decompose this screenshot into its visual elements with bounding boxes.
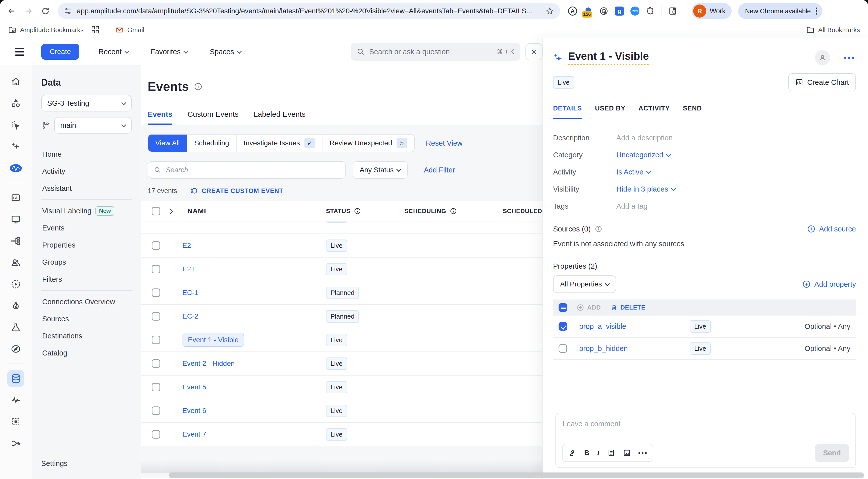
add-action-disabled[interactable]: ADD — [577, 304, 601, 311]
all-bookmarks-button[interactable]: All Bookmarks — [806, 26, 860, 34]
activation-flame-icon[interactable] — [7, 297, 24, 314]
tab-search-icon[interactable] — [669, 6, 678, 16]
forward-icon[interactable] — [24, 6, 33, 15]
sidebar-item-sources[interactable]: Sources — [41, 310, 132, 327]
dashboards-icon[interactable] — [7, 189, 24, 206]
property-link[interactable]: prop_b_hidden — [579, 345, 678, 353]
view-all-tab[interactable]: View All — [148, 134, 187, 152]
tab-send[interactable]: SEND — [683, 104, 702, 119]
tags-placeholder[interactable]: Add a tag — [616, 202, 648, 211]
table-row-selected[interactable]: Event 1 - Visible Live — [141, 328, 542, 352]
experiment-flask-icon[interactable] — [7, 319, 24, 336]
sidebar-item-events[interactable]: Events — [41, 219, 132, 236]
tab-used-by[interactable]: USED BY — [595, 104, 625, 119]
investigate-issues-tab[interactable]: Investigate Issues ✓ — [237, 134, 322, 152]
back-icon[interactable] — [7, 6, 16, 15]
extension-a-icon[interactable]: A — [568, 6, 577, 15]
sidebar-item-destinations[interactable]: Destinations — [41, 327, 132, 345]
table-row[interactable]: Event 7 Live — [141, 423, 542, 446]
global-search-input[interactable] — [369, 48, 492, 56]
tab-custom-events[interactable]: Custom Events — [187, 110, 238, 125]
send-button[interactable]: Send — [815, 444, 849, 462]
row-checkbox[interactable] — [152, 265, 160, 274]
category-dropdown[interactable]: Uncategorized — [616, 151, 670, 159]
table-row[interactable]: EC-1 Planned — [141, 281, 542, 305]
scheduling-tab[interactable]: Scheduling — [187, 134, 237, 152]
ai-sparkles-icon[interactable] — [7, 138, 24, 155]
reload-icon[interactable] — [41, 7, 50, 15]
apps-grid-icon[interactable] — [92, 26, 99, 33]
add-filter-link[interactable]: Add Filter — [424, 166, 455, 174]
gmail-bookmark[interactable]: Gmail — [115, 26, 145, 34]
table-row[interactable]: Event 5 Live — [141, 376, 542, 399]
tab-events[interactable]: Events — [148, 110, 172, 125]
grammar-extension-icon[interactable]: g — [615, 6, 624, 15]
sidebar-item-activity[interactable]: Activity — [41, 163, 132, 180]
tab-details[interactable]: DETAILS — [553, 104, 582, 119]
row-checkbox[interactable] — [152, 241, 160, 250]
sidebar-item-filters[interactable]: Filters — [41, 270, 132, 288]
row-checkbox[interactable] — [152, 383, 160, 391]
select-all-checkbox[interactable] — [152, 207, 160, 215]
property-row[interactable]: prop_a_visible Live Optional • Any — [553, 316, 856, 338]
row-checkbox[interactable] — [152, 359, 160, 368]
comment-input[interactable] — [563, 420, 848, 440]
password-extension-icon[interactable] — [599, 6, 608, 15]
journeys-icon[interactable] — [7, 232, 24, 250]
event-link[interactable]: Event 5 — [182, 383, 206, 391]
sidebar-item-groups[interactable]: Groups — [41, 254, 132, 270]
panel-title[interactable]: Event 1 - Visible — [568, 50, 649, 65]
mention-icon[interactable] — [569, 449, 577, 457]
session-replay-icon[interactable] — [7, 276, 24, 293]
table-search[interactable] — [148, 161, 346, 179]
discover-compass-icon[interactable] — [7, 341, 24, 357]
comment-box[interactable]: B I Send — [555, 413, 856, 468]
review-unexpected-tab[interactable]: Review Unexpected 5 — [322, 134, 414, 152]
sidebar-item-assistant[interactable]: Assistant — [41, 180, 132, 197]
heatmap-frame-icon[interactable] — [7, 413, 24, 430]
column-scheduled[interactable]: SCHEDULED — [503, 207, 542, 215]
property-row[interactable]: prop_b_hidden Live Optional • Any — [553, 338, 856, 360]
chrome-update-button[interactable]: New Chrome available — [738, 3, 823, 19]
event-link[interactable]: EC-2 — [182, 312, 198, 320]
row-checkbox[interactable] — [152, 430, 160, 439]
property-link[interactable]: prop_a_visible — [579, 322, 678, 331]
table-row[interactable]: E2 Live — [141, 234, 542, 258]
url-bar[interactable]: app.amplitude.com/data/amplitude/SG-3%20… — [58, 3, 560, 19]
column-scheduling[interactable]: SCHEDULING — [404, 207, 503, 215]
description-placeholder[interactable]: Add a description — [616, 134, 673, 142]
tab-activity[interactable]: ACTIVITY — [639, 104, 670, 119]
column-status[interactable]: STATUS — [326, 207, 404, 215]
expand-chevron-icon[interactable] — [169, 207, 174, 215]
monitoring-pulse-icon[interactable] — [7, 392, 24, 409]
table-row[interactable]: EC-2 Planned — [141, 305, 542, 328]
event-link[interactable]: Event 6 — [182, 407, 206, 414]
column-name[interactable]: NAME — [187, 207, 326, 215]
status-filter-dropdown[interactable]: Any Status — [352, 161, 408, 179]
site-settings-icon[interactable] — [64, 7, 72, 15]
row-checkbox[interactable] — [152, 407, 160, 415]
sessions-icon[interactable] — [7, 211, 24, 228]
adblock-extension-icon[interactable]: 156 — [584, 6, 593, 15]
row-checkbox[interactable] — [152, 288, 160, 297]
info-icon[interactable] — [194, 82, 203, 91]
horizontal-scrollbar[interactable] — [169, 473, 864, 478]
project-select[interactable]: SG-3 Testing — [41, 95, 132, 111]
global-search[interactable]: ⌘ + K — [351, 43, 520, 61]
activity-dropdown[interactable]: Is Active — [616, 168, 651, 176]
event-link[interactable]: E2T — [182, 265, 195, 273]
ai-sparkle-icon[interactable] — [553, 53, 563, 63]
more-formatting-icon[interactable] — [639, 452, 647, 454]
recent-menu[interactable]: Recent — [98, 48, 129, 56]
row-checkbox[interactable] — [152, 336, 160, 344]
bookmarks-folder[interactable]: Amplitude Bookmarks — [8, 26, 84, 34]
favorites-menu[interactable]: Favorites — [151, 48, 188, 56]
reset-view-link[interactable]: Reset View — [426, 139, 462, 147]
bold-icon[interactable]: B — [584, 449, 589, 457]
branch-select[interactable]: main — [54, 117, 132, 133]
italic-icon[interactable]: I — [597, 449, 600, 457]
sidebar-item-properties[interactable]: Properties — [41, 236, 132, 254]
snippet-icon[interactable] — [607, 449, 615, 457]
sidebar-item-catalog[interactable]: Catalog — [41, 345, 132, 361]
property-checkbox[interactable] — [559, 344, 567, 353]
